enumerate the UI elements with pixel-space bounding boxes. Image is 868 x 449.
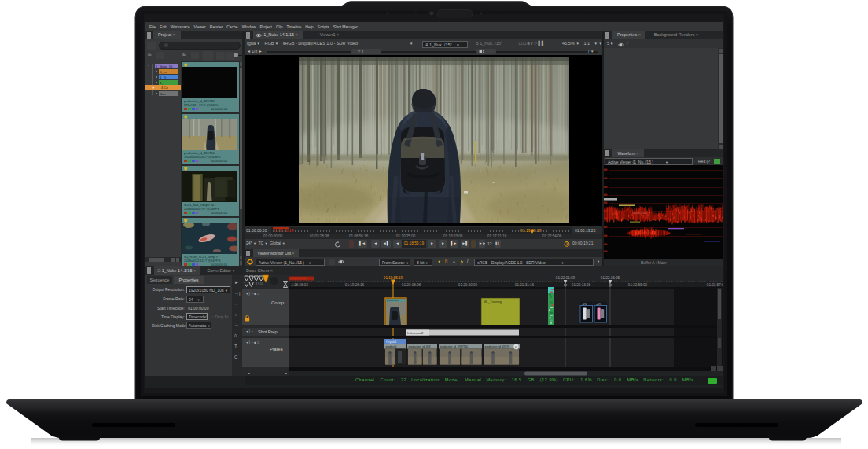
svg-text:01:20:50:00: 01:20:50:00: [458, 283, 478, 287]
svg-text:01:21:31:16: 01:21:31:16: [515, 283, 535, 287]
svg-text:Inference2: Inference2: [407, 331, 424, 335]
svg-text:production_id_493: production_id_493: [409, 345, 431, 348]
svg-text:01:23:57:07: 01:23:57:07: [707, 283, 723, 287]
svg-text:1:18:38:03: 1:18:38:03: [291, 283, 308, 287]
svg-text:producti0: producti0: [386, 345, 397, 348]
svg-text:01:22:16:05: 01:22:16:05: [601, 276, 620, 280]
svg-text:+0%: +0%: [596, 303, 602, 306]
svg-text:01:22:13:08: 01:22:13:08: [572, 283, 591, 287]
svg-text:01:22:01:09: 01:22:01:09: [556, 276, 576, 280]
svg-text:production: production: [387, 299, 399, 302]
svg-text:01:19:55:19: 01:19:55:19: [384, 276, 403, 280]
svg-text:01:20:08:08: 01:20:08:08: [402, 283, 421, 287]
svg-text:01:22:55:00: 01:22:55:00: [628, 283, 648, 287]
svg-text:ML_Training: ML_Training: [484, 300, 502, 304]
svg-text:production_id_4937760: production_id_4937760: [440, 345, 469, 348]
svg-text:Crystal: Crystal: [386, 340, 396, 344]
svg-text:production_id_49376: production_id_49376: [485, 345, 510, 348]
svg-text:01:19:26:16: 01:19:26:16: [345, 283, 365, 287]
svg-text:6: 6: [515, 346, 517, 349]
svg-text:-0%: -0%: [582, 303, 587, 306]
